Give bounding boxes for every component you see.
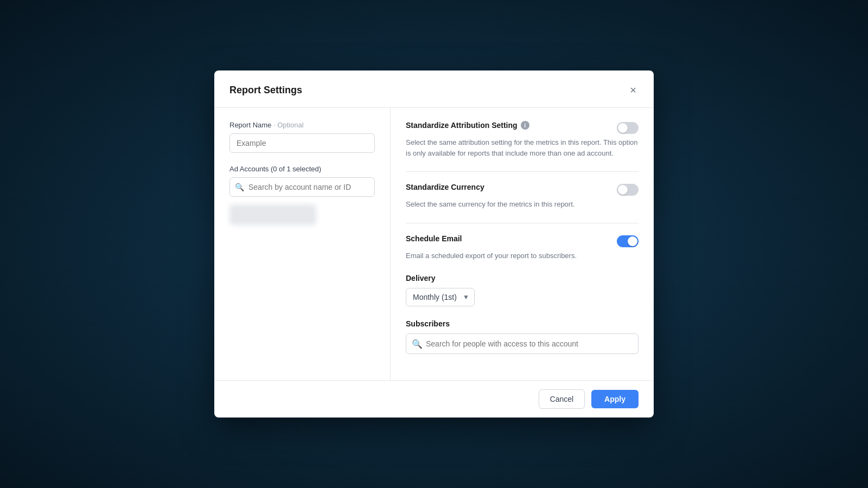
subscribers-search-box: 🔍 bbox=[406, 333, 639, 354]
ad-accounts-search-input[interactable] bbox=[229, 177, 375, 197]
dialog-header: Report Settings × bbox=[214, 70, 654, 108]
apply-button[interactable]: Apply bbox=[591, 390, 639, 408]
schedule-email-toggle-slider bbox=[617, 235, 639, 247]
subscribers-label: Subscribers bbox=[406, 319, 639, 328]
blurred-account-item bbox=[229, 204, 316, 225]
close-button[interactable]: × bbox=[628, 82, 639, 98]
report-settings-dialog: Report Settings × Report Name · Optional… bbox=[214, 70, 654, 418]
delivery-label: Delivery bbox=[406, 274, 639, 282]
attribution-toggle-slider bbox=[617, 122, 639, 134]
delivery-section: Delivery Monthly (1st) Weekly Daily ▼ bbox=[406, 274, 639, 306]
schedule-email-section: Schedule Email Email a scheduled export … bbox=[406, 234, 639, 261]
optional-label: · Optional bbox=[273, 121, 304, 129]
report-name-label: Report Name · Optional bbox=[229, 121, 375, 129]
standardize-currency-section: Standardize Currency Select the same cur… bbox=[406, 183, 639, 210]
standardize-currency-title: Standardize Currency bbox=[406, 183, 484, 191]
schedule-email-title: Schedule Email bbox=[406, 234, 462, 243]
standardize-attribution-title: Standardize Attribution Setting i bbox=[406, 121, 529, 130]
divider-2 bbox=[406, 223, 639, 223]
dialog-body: Report Name · Optional Ad Accounts (0 of… bbox=[214, 108, 654, 380]
delivery-select[interactable]: Monthly (1st) Weekly Daily bbox=[406, 288, 475, 306]
left-panel: Report Name · Optional Ad Accounts (0 of… bbox=[214, 108, 391, 380]
dialog-footer: Cancel Apply bbox=[214, 380, 654, 418]
standardize-currency-toggle[interactable] bbox=[617, 184, 639, 196]
ad-accounts-label: Ad Accounts (0 of 1 selected) bbox=[229, 165, 375, 173]
delivery-select-wrapper: Monthly (1st) Weekly Daily ▼ bbox=[406, 288, 475, 306]
subscribers-search-input[interactable] bbox=[406, 333, 639, 354]
divider-1 bbox=[406, 171, 639, 172]
standardize-currency-desc: Select the same currency for the metrics… bbox=[406, 199, 639, 210]
report-name-input[interactable] bbox=[229, 133, 375, 153]
currency-toggle-slider bbox=[617, 184, 639, 196]
ad-accounts-search-box: 🔍 bbox=[229, 177, 375, 197]
schedule-email-desc: Email a scheduled export of your report … bbox=[406, 251, 639, 261]
standardize-currency-header: Standardize Currency bbox=[406, 183, 639, 196]
subscribers-section: Subscribers 🔍 bbox=[406, 319, 639, 354]
standardize-attribution-header: Standardize Attribution Setting i bbox=[406, 121, 639, 134]
attribution-info-icon[interactable]: i bbox=[521, 121, 529, 130]
standardize-attribution-desc: Select the same attribution setting for … bbox=[406, 137, 639, 158]
right-panel: Standardize Attribution Setting i Select… bbox=[391, 108, 654, 380]
schedule-email-toggle[interactable] bbox=[617, 235, 639, 247]
standardize-attribution-section: Standardize Attribution Setting i Select… bbox=[406, 121, 639, 158]
dialog-title: Report Settings bbox=[229, 85, 302, 96]
standardize-attribution-toggle[interactable] bbox=[617, 122, 639, 134]
schedule-email-header: Schedule Email bbox=[406, 234, 639, 247]
cancel-button[interactable]: Cancel bbox=[539, 389, 585, 409]
